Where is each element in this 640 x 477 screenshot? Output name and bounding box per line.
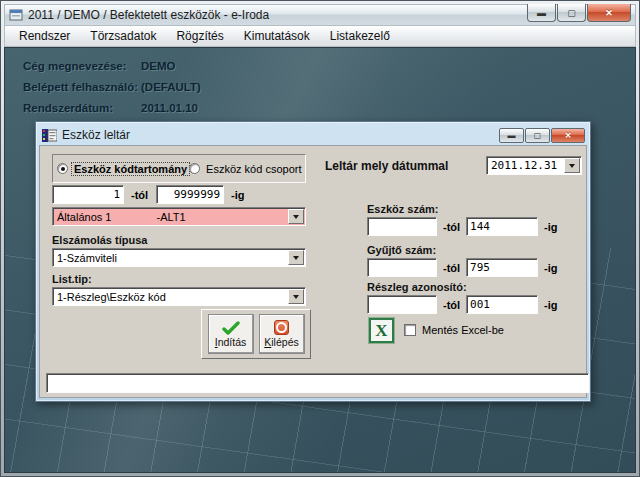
category-code: -ALT1 <box>157 211 186 223</box>
code-from-suffix: -tól <box>131 189 148 201</box>
menu-item-rogzites[interactable]: Rögzítés <box>168 27 231 45</box>
excel-checkbox-label: Mentés Excel-be <box>422 324 504 336</box>
radio-code-range[interactable]: Eszköz kódtartomány <box>57 163 189 175</box>
exit-button[interactable]: Kilépés <box>259 314 305 354</box>
collector-from-input[interactable] <box>367 258 437 277</box>
excel-checkbox-row[interactable]: Mentés Excel-be <box>404 324 504 336</box>
dialog-close-button[interactable]: ✕ <box>551 128 585 143</box>
accounting-dropdown-arrow-icon[interactable] <box>288 250 304 265</box>
system-date-label: Rendszerdátum: <box>23 102 141 114</box>
list-type-value: 1-Részleg\Eszköz kód <box>53 291 287 303</box>
accounting-type-label: Elszámolás típusa <box>52 234 147 246</box>
asset-to-input[interactable] <box>466 217 538 236</box>
command-button-panel: Indítás Kilépés <box>201 309 311 359</box>
inventory-date-label: Leltár mely dátummal <box>325 159 448 173</box>
radio-code-range-label[interactable]: Eszköz kódtartomány <box>72 163 189 175</box>
category-text: Általános 1 -ALT1 <box>53 211 287 223</box>
excel-icon: X <box>368 317 395 344</box>
menu-item-listakezelo[interactable]: Listakezelő <box>322 27 398 45</box>
menu-item-rendszer[interactable]: Rendszer <box>11 27 78 45</box>
radio-code-range-circle[interactable] <box>57 163 68 174</box>
maximize-button[interactable]: ▢ <box>557 4 586 22</box>
check-icon <box>222 321 240 335</box>
user-value: (DEFAULT) <box>141 81 201 93</box>
menu-item-kimutatasok[interactable]: Kimutatások <box>236 27 318 45</box>
close-button[interactable]: ✕ <box>587 4 631 22</box>
category-dropdown-arrow-icon[interactable] <box>288 209 304 224</box>
inventory-date-combobox[interactable]: 2011.12.31 <box>486 156 582 175</box>
company-label: Cég megnevezése: <box>23 60 141 72</box>
session-info: Cég megnevezése: DEMO Belépett felhaszná… <box>23 60 201 123</box>
asset-number-row: -tól -ig <box>367 217 558 236</box>
client-area: Cég megnevezése: DEMO Belépett felhaszná… <box>4 47 636 473</box>
app-window: 2011 / DEMO / Befektetett eszközök - e-I… <box>0 0 640 477</box>
collector-to-input[interactable] <box>466 258 538 277</box>
status-bar-field[interactable] <box>46 373 589 393</box>
dialog-icon <box>42 129 57 142</box>
radio-code-group[interactable]: Eszköz kód csoport <box>189 163 303 175</box>
list-type-combobox[interactable]: 1-Részleg\Eszköz kód <box>52 287 306 306</box>
accounting-type-value: 1-Számviteli <box>53 252 287 264</box>
collector-number-label: Gyűjtő szám: <box>367 244 436 256</box>
radio-code-group-circle[interactable] <box>189 163 200 174</box>
collector-to-suffix: -ig <box>544 262 557 274</box>
collector-number-row: -tól -ig <box>367 258 558 277</box>
window-title: 2011 / DEMO / Befektetett eszközök - e-I… <box>28 8 527 22</box>
dialog-client: Eszköz kódtartomány Eszköz kód csoport -… <box>39 145 587 398</box>
dialog-maximize-button[interactable]: ▢ <box>525 128 550 143</box>
collector-from-suffix: -tól <box>443 262 460 274</box>
code-to-input[interactable] <box>156 185 224 204</box>
app-icon <box>9 9 23 21</box>
user-label: Belépett felhasználó: <box>23 81 141 93</box>
dialog-minimize-button[interactable]: ▬ <box>499 128 524 143</box>
asset-from-input[interactable] <box>367 217 437 236</box>
company-value: DEMO <box>141 60 176 72</box>
minimize-button[interactable]: ▬ <box>527 4 556 22</box>
category-combobox[interactable]: Általános 1 -ALT1 <box>52 207 306 226</box>
inventory-date-value: 2011.12.31 <box>487 159 563 172</box>
exit-icon <box>274 320 289 335</box>
date-dropdown-arrow-icon[interactable] <box>564 158 580 173</box>
start-button-label: Indítás <box>215 336 247 348</box>
dialog-titlebar: Eszköz leltár ▬ ▢ ✕ <box>39 125 587 145</box>
department-id-row: -tól -ig <box>367 295 558 314</box>
department-from-suffix: -tól <box>443 299 460 311</box>
code-to-suffix: -ig <box>231 189 244 201</box>
category-name: Általános 1 <box>57 211 111 223</box>
asset-to-suffix: -ig <box>544 221 557 233</box>
excel-checkbox[interactable] <box>404 324 416 336</box>
start-button[interactable]: Indítás <box>208 314 254 354</box>
system-date-value: 2011.01.10 <box>141 102 198 114</box>
code-from-input[interactable] <box>52 185 124 204</box>
inventory-dialog: Eszköz leltár ▬ ▢ ✕ Eszköz kódtartomány <box>35 121 591 402</box>
list-type-label: List.tip: <box>52 273 92 285</box>
menubar: Rendszer Törzsadatok Rögzítés Kimutatáso… <box>4 25 636 47</box>
department-from-input[interactable] <box>367 295 437 314</box>
main-titlebar: 2011 / DEMO / Befektetett eszközök - e-I… <box>4 4 636 25</box>
code-range-row: -tól -ig <box>52 185 245 204</box>
listtype-dropdown-arrow-icon[interactable] <box>288 289 304 304</box>
department-to-suffix: -ig <box>544 299 557 311</box>
radio-code-group-label[interactable]: Eszköz kód csoport <box>204 163 303 175</box>
exit-button-label: Kilépés <box>264 336 298 348</box>
asset-number-label: Eszköz szám: <box>367 203 439 215</box>
dialog-title: Eszköz leltár <box>62 128 499 142</box>
department-id-label: Részleg azonosító: <box>367 281 467 293</box>
department-to-input[interactable] <box>466 295 538 314</box>
menu-item-torzsadatok[interactable]: Törzsadatok <box>82 27 164 45</box>
asset-from-suffix: -tól <box>443 221 460 233</box>
code-mode-groupbox: Eszköz kódtartomány Eszköz kód csoport <box>52 154 306 183</box>
accounting-type-combobox[interactable]: 1-Számviteli <box>52 248 306 267</box>
